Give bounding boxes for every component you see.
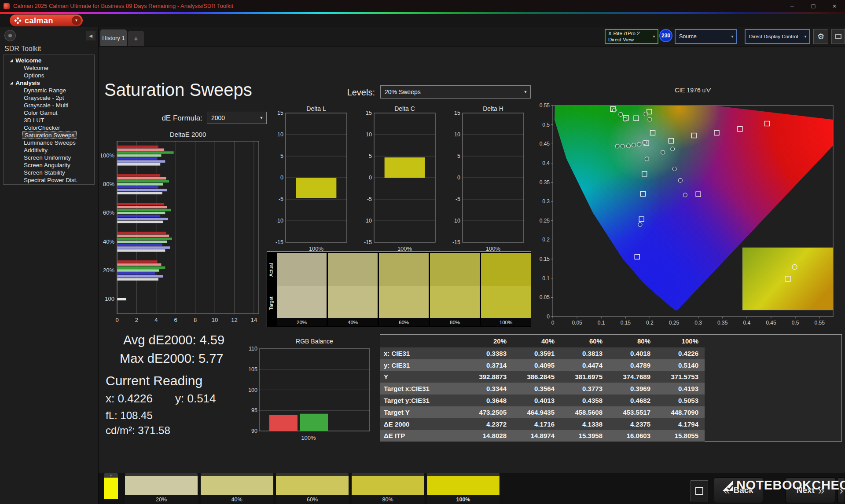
table-cell: 0.3648 — [465, 394, 513, 406]
minimize-button[interactable]: – — [782, 0, 803, 12]
chevron-left-icon: « — [724, 485, 730, 496]
sidebar-item-screen-uniformity[interactable]: Screen Uniformity — [4, 154, 94, 161]
sidebar-item-color-gamut[interactable]: Color Gamut — [4, 109, 94, 117]
chevron-right-small-icon: › — [839, 485, 843, 496]
table-cell: 464.9435 — [513, 406, 561, 418]
calman-menu-button[interactable]: calman ▼ — [10, 15, 83, 26]
table-cell: 386.2845 — [513, 371, 561, 383]
table-header-cell: 40% — [513, 335, 561, 347]
sidebar-item-spectral-power-dist[interactable]: Spectral Power Dist. — [4, 176, 94, 184]
svg-text:60%: 60% — [103, 209, 114, 216]
back-label: Back — [734, 486, 753, 495]
svg-text:0.1: 0.1 — [598, 320, 605, 326]
sidebar-item-grayscale-2pt[interactable]: Grayscale - 2pt — [4, 94, 94, 102]
source-dropdown-icon[interactable]: ▼ — [728, 35, 736, 39]
svg-text:-15: -15 — [276, 239, 283, 245]
tab-label: History 1 — [102, 35, 125, 41]
expander-icon[interactable]: ◢ — [10, 58, 13, 62]
sweep-swatch-label: 100% — [481, 318, 531, 326]
next-button[interactable]: Next » — [786, 477, 835, 503]
table-row-e-2000: ΔE 20004.23724.17164.13384.23754.1794 — [380, 418, 705, 430]
levels-label: Levels: — [308, 88, 375, 98]
table-cell: 0.4789 — [609, 359, 657, 371]
display-control-label: Direct Display Control — [746, 34, 802, 39]
sidebar-item-colorchecker[interactable]: ColorChecker — [4, 124, 94, 131]
back-button[interactable]: « Back — [714, 477, 763, 503]
tree-section-welcome[interactable]: ◢Welcome — [4, 57, 94, 64]
sidebar-collapse-button[interactable]: ◀ — [86, 31, 96, 40]
sidebar-item-grayscale-multi[interactable]: Grayscale - Multi — [4, 102, 94, 109]
sidebar-item-saturation-sweeps[interactable]: Saturation Sweeps — [22, 131, 77, 139]
sidebar-title: SDR Toolkit — [4, 45, 41, 53]
workflow-home-icon — [8, 34, 12, 37]
sidebar-item-options[interactable]: Options — [4, 72, 94, 79]
swatch-tab — [276, 473, 349, 476]
sweep-swatch-100: 100% — [481, 253, 531, 326]
next-page-button[interactable]: › — [838, 477, 845, 503]
table-cell: 0.4095 — [513, 359, 561, 371]
settings-button[interactable]: ⚙ — [813, 29, 828, 44]
maximize-button[interactable]: □ — [803, 0, 824, 12]
table-cell: 0.3564 — [513, 383, 561, 394]
display-settings-button[interactable] — [831, 29, 845, 44]
sample-swatch-tab[interactable]: ▲ — [104, 473, 118, 478]
sidebar-item-welcome[interactable]: Welcome — [4, 64, 94, 72]
tree-section-analysis[interactable]: ◢Analysis — [4, 79, 94, 87]
meter-selector[interactable]: X-Rite i1Pro 2 Direct View ▼ — [605, 29, 658, 44]
tab-history-1[interactable]: History 1 — [100, 29, 127, 46]
table-cell: 381.6975 — [561, 371, 609, 383]
svg-text:10: 10 — [277, 131, 283, 138]
levels-dropdown[interactable]: 20% Sweeps ▼ — [380, 85, 531, 99]
table-cell: 16.0603 — [609, 430, 657, 442]
table-cell: 0.3813 — [561, 347, 609, 359]
window-titlebar: Calman 2025 Calman Ultimate for Business… — [0, 0, 845, 12]
de-formula-label: dE Formula: — [150, 114, 202, 123]
avg-de2000: Avg dE2000: 4.59 — [123, 333, 224, 347]
calman-logo-text: calman — [25, 17, 53, 25]
de-formula-dropdown[interactable]: 2000 ▼ — [207, 112, 267, 124]
display-control-selector[interactable]: Direct Display Control ▼ — [745, 29, 810, 44]
display-control-dropdown-icon[interactable]: ▼ — [802, 35, 809, 39]
table-cell: 0.3969 — [609, 383, 657, 394]
row-label: ΔE ITP — [380, 430, 465, 442]
sidebar-item-dynamic-range[interactable]: Dynamic Range — [4, 87, 94, 94]
sidebar-item-3d-lut[interactable]: 3D LUT — [4, 117, 94, 124]
pattern-swatch-100[interactable]: 100% — [427, 473, 500, 504]
table-cell: 0.3383 — [465, 347, 513, 359]
levels-dropdown-icon[interactable]: ▼ — [521, 90, 530, 94]
gear-icon: ⚙ — [817, 32, 824, 41]
table-row-target-x-cie31: Target x:CIE310.33440.35640.37730.39690.… — [380, 383, 705, 394]
current-y: y: 0.514 — [175, 392, 216, 405]
source-selector[interactable]: Source ▼ — [675, 29, 737, 44]
pattern-window-button[interactable] — [691, 480, 708, 501]
svg-text:40%: 40% — [103, 238, 114, 245]
sweep-swatch-label: 60% — [379, 318, 429, 326]
pattern-swatch-20[interactable]: 20% — [125, 473, 198, 504]
svg-text:14: 14 — [251, 317, 257, 323]
pattern-swatch-60[interactable]: 60% — [276, 473, 349, 504]
workflow-home-button[interactable] — [4, 30, 16, 41]
de-formula-dropdown-icon[interactable]: ▼ — [257, 116, 266, 120]
pattern-swatch-80[interactable]: 80% — [352, 473, 424, 504]
sidebar-item-additivity[interactable]: Additivity — [4, 146, 94, 154]
add-tab-button[interactable]: + — [128, 31, 144, 46]
meter-status-badge[interactable]: 230 — [659, 29, 672, 42]
meter-line2: Direct View — [608, 37, 650, 43]
target-color — [328, 286, 378, 318]
window-frame-icon — [695, 487, 703, 495]
calman-menu-chevron-icon[interactable]: ▼ — [72, 16, 81, 25]
svg-text:-15: -15 — [364, 239, 372, 245]
sidebar-item-luminance-sweeps[interactable]: Luminance Sweeps — [4, 139, 94, 146]
meter-dropdown-icon[interactable]: ▼ — [650, 35, 658, 39]
sidebar-item-screen-angularity[interactable]: Screen Angularity — [4, 161, 94, 169]
sample-color-swatch[interactable] — [104, 478, 118, 499]
actual-color — [328, 253, 378, 286]
pattern-swatch-40[interactable]: 40% — [201, 473, 273, 504]
svg-text:-5: -5 — [367, 196, 372, 202]
swatch-label: 60% — [276, 495, 349, 504]
source-label: Source — [676, 33, 728, 40]
expander-icon[interactable]: ◢ — [10, 81, 13, 85]
table-cell: 4.1794 — [657, 418, 705, 430]
sidebar-item-screen-stability[interactable]: Screen Stability — [4, 169, 94, 176]
close-button[interactable]: × — [824, 0, 845, 12]
